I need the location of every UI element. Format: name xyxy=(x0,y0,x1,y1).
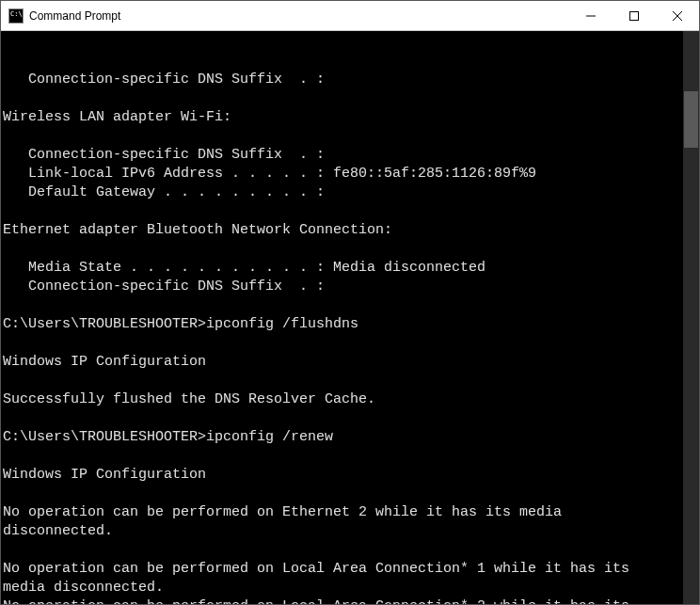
scrollbar-track[interactable] xyxy=(683,31,699,604)
svg-rect-1 xyxy=(630,11,639,20)
terminal-line xyxy=(3,296,680,315)
terminal-line: Connection-specific DNS Suffix . : xyxy=(3,278,680,296)
terminal-line: No operation can be performed on Local A… xyxy=(3,560,680,597)
cmd-icon xyxy=(8,8,24,24)
minimize-button[interactable] xyxy=(569,1,612,30)
terminal-line: Ethernet adapter Bluetooth Network Conne… xyxy=(3,221,680,240)
scrollbar-thumb[interactable] xyxy=(684,91,698,148)
minimize-icon xyxy=(586,11,596,21)
terminal-line: Connection-specific DNS Suffix . : xyxy=(3,146,680,165)
terminal-line: C:\Users\TROUBLESHOOTER>ipconfig /renew xyxy=(3,428,680,447)
titlebar-controls xyxy=(569,1,699,30)
terminal-line: No operation can be performed on Etherne… xyxy=(3,503,680,541)
command-prompt-window: Command Prompt Connection-specific DNS S… xyxy=(0,0,700,605)
close-icon xyxy=(673,11,682,21)
maximize-button[interactable] xyxy=(612,1,656,30)
terminal-line xyxy=(3,409,680,428)
terminal-line xyxy=(3,485,680,503)
terminal-line xyxy=(3,334,680,353)
close-button[interactable] xyxy=(656,1,699,30)
terminal-line xyxy=(3,240,680,259)
terminal-line xyxy=(3,447,680,466)
terminal-line: Windows IP Configuration xyxy=(3,353,680,372)
terminal-output[interactable]: Connection-specific DNS Suffix . : Wirel… xyxy=(1,31,699,604)
terminal-line xyxy=(3,541,680,560)
terminal-line: No operation can be performed on Local A… xyxy=(3,597,680,604)
titlebar[interactable]: Command Prompt xyxy=(1,1,699,31)
terminal-line: Successfully flushed the DNS Resolver Ca… xyxy=(3,390,680,409)
terminal-line: Wireless LAN adapter Wi-Fi: xyxy=(3,108,680,127)
terminal-line: C:\Users\TROUBLESHOOTER>ipconfig /flushd… xyxy=(3,315,680,334)
terminal-line: Media State . . . . . . . . . . . : Medi… xyxy=(3,259,680,278)
terminal-line xyxy=(3,127,680,146)
terminal-line: Windows IP Configuration xyxy=(3,466,680,485)
terminal-line xyxy=(3,89,680,108)
maximize-icon xyxy=(629,11,639,21)
window-title: Command Prompt xyxy=(29,9,569,23)
terminal-line xyxy=(3,372,680,390)
terminal-line: Default Gateway . . . . . . . . . : xyxy=(3,183,680,202)
terminal-line: Link-local IPv6 Address . . . . . : fe80… xyxy=(3,165,680,183)
terminal-line: Connection-specific DNS Suffix . : xyxy=(3,71,680,89)
terminal-line xyxy=(3,202,680,221)
